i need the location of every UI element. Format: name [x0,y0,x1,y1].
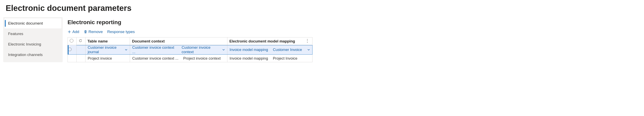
er-grid: Table name Document context Electronic d… [68,37,312,62]
cell-value-a: Invoice model mapping [230,56,268,61]
refresh-icon [79,39,82,43]
column-label: Electronic document model mapping [230,39,295,43]
main-panel: Electronic reporting Add Remove [63,17,317,62]
row-select-cell[interactable] [68,55,76,62]
more-icon[interactable] [306,39,309,43]
chevron-down-icon[interactable] [125,48,128,51]
row-refresh-cell [76,45,85,55]
sidebar-item-electronic-invoicing[interactable]: Electronic Invoicing [4,39,62,49]
row-radio[interactable] [68,48,72,51]
cell-value-a: Customer invoice context ... [132,45,177,54]
sidebar-item-electronic-document[interactable]: Electronic document [4,18,62,28]
cell-value-a: Customer invoice context ... [132,56,178,61]
cell-document-context[interactable]: Customer invoice context ... Project inv… [130,55,228,62]
button-label: Response types [107,30,135,34]
sidebar-item-label: Features [8,32,23,36]
cell-value-b: Project invoice context [183,56,221,61]
chevron-down-icon[interactable] [222,48,225,51]
column-header-table-name[interactable]: Table name [85,37,130,45]
cell-model-mapping[interactable]: Invoice model mapping Customer Invoice [227,45,312,55]
chevron-down-icon[interactable] [307,48,310,51]
cell-model-mapping[interactable]: Invoice model mapping Project Invoice [227,55,312,62]
cell-table-name[interactable]: Customer invoice journal [85,45,130,55]
sidebar: Electronic document Features Electronic … [3,17,63,62]
add-button[interactable]: Add [68,29,79,34]
column-header-model-mapping[interactable]: Electronic document model mapping [227,37,312,45]
section-title: Electronic reporting [68,19,312,26]
cell-document-context[interactable]: Customer invoice context ... Customer in… [130,45,228,55]
select-all-radio[interactable] [70,39,73,43]
button-label: Remove [88,30,103,34]
row-select-cell[interactable] [68,45,76,55]
table-row[interactable]: Project invoice Customer invoice context… [68,55,312,62]
cell-value-a: Invoice model mapping [230,48,268,52]
column-header-select[interactable] [68,37,76,45]
row-refresh-cell [76,55,85,62]
cell-table-name[interactable]: Project invoice [85,55,130,62]
remove-button[interactable]: Remove [84,29,103,34]
sidebar-item-integration-channels[interactable]: Integration channels [4,50,62,60]
column-header-document-context[interactable]: Document context [130,37,228,45]
trash-icon [84,30,87,34]
button-label: Add [72,30,79,34]
page-title: Electronic document parameters [0,0,644,17]
cell-value-b: Project Invoice [273,56,297,61]
response-types-button[interactable]: Response types [107,29,135,34]
sidebar-item-label: Electronic Invoicing [8,42,41,46]
cell-value: Customer invoice journal [88,45,125,54]
sidebar-item-label: Integration channels [8,53,43,57]
table-row[interactable]: Customer invoice journal Customer invoic… [68,45,312,55]
plus-icon [68,30,71,34]
cell-value-b: Customer invoice context [182,45,222,54]
column-header-refresh[interactable] [76,37,85,45]
sidebar-item-label: Electronic document [8,21,43,25]
cell-value: Project invoice [88,56,112,61]
toolbar: Add Remove Response types [68,29,312,34]
cell-value-b: Customer Invoice [273,48,302,52]
sidebar-item-features[interactable]: Features [4,29,62,39]
